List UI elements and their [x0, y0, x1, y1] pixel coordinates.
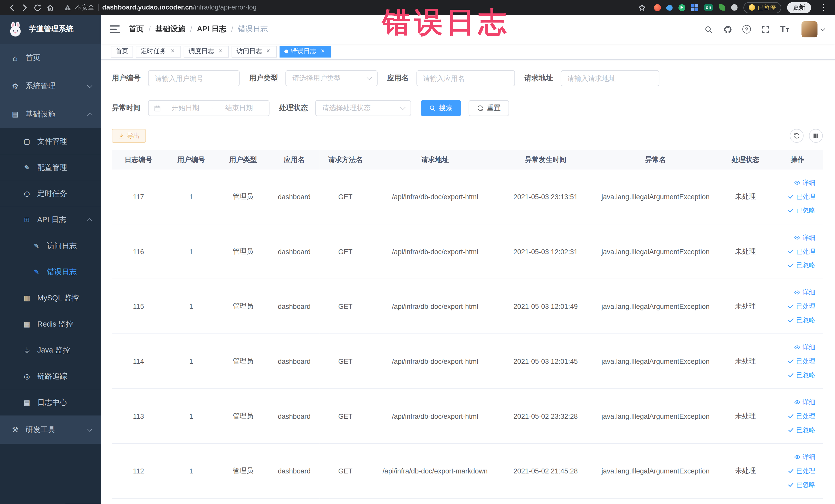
- extension-icon[interactable]: [666, 3, 674, 12]
- tab-home[interactable]: 首页: [111, 45, 133, 57]
- paused-badge[interactable]: 已暂停: [743, 2, 781, 13]
- sidebar-item-access-log[interactable]: 访问日志: [0, 233, 101, 259]
- processed-label: 已处理: [796, 466, 815, 475]
- home-icon: [11, 54, 20, 62]
- sidebar-item-mysql-monitor[interactable]: MySQL 监控: [0, 285, 101, 311]
- close-icon[interactable]: [169, 48, 176, 55]
- sidebar-item-redis-monitor[interactable]: Redis 监控: [0, 311, 101, 337]
- search-button[interactable]: 搜索: [421, 100, 461, 116]
- mark-ignored-link[interactable]: 已忽略: [774, 313, 815, 327]
- close-icon[interactable]: [319, 48, 326, 55]
- extension-leaf-icon[interactable]: [719, 4, 725, 11]
- extension-grid-icon[interactable]: [691, 4, 698, 11]
- mark-processed-link[interactable]: 已处理: [774, 244, 815, 258]
- mark-processed-link[interactable]: 已处理: [774, 409, 815, 423]
- sidebar-item-home[interactable]: 首页: [0, 44, 101, 72]
- date-end-placeholder: 结束日期: [214, 103, 264, 113]
- extension-icon[interactable]: [731, 4, 737, 11]
- mark-ignored-link[interactable]: 已忽略: [774, 423, 815, 437]
- app-logo[interactable]: 芋道管理系统: [0, 15, 101, 44]
- user-id-input[interactable]: [148, 70, 240, 86]
- breadcrumb-item[interactable]: 首页: [129, 24, 144, 34]
- export-button[interactable]: 导出: [112, 129, 146, 143]
- reset-button[interactable]: 重置: [469, 100, 509, 116]
- extension-on-badge[interactable]: on: [704, 4, 713, 11]
- browser-home-button[interactable]: [44, 1, 57, 14]
- browser-reload-button[interactable]: [31, 1, 44, 14]
- check-icon: [788, 303, 794, 310]
- url-domain: dashboard.yudao.iocoder.cn: [102, 4, 193, 11]
- mark-processed-link[interactable]: 已处理: [774, 354, 815, 368]
- cell-actions: 详细 已处理 已忽略: [772, 169, 823, 224]
- process-status-select[interactable]: 请选择处理状态: [315, 100, 411, 116]
- detail-link[interactable]: 详细: [774, 230, 815, 244]
- breadcrumb-item[interactable]: API 日志: [197, 24, 226, 34]
- user-menu[interactable]: [801, 21, 824, 37]
- search-icon[interactable]: [704, 25, 713, 34]
- tab-access-log[interactable]: 访问日志: [231, 45, 277, 57]
- tab-schedule-log[interactable]: 调度日志: [184, 45, 229, 57]
- processed-label: 已处理: [796, 192, 815, 201]
- sidebar-item-system-management[interactable]: 系统管理: [0, 72, 101, 100]
- sidebar-item-error-log[interactable]: 错误日志: [0, 259, 101, 285]
- mark-ignored-link[interactable]: 已忽略: [774, 368, 815, 382]
- mark-ignored-link[interactable]: 已忽略: [774, 258, 815, 272]
- bookmark-star-icon[interactable]: [635, 1, 648, 14]
- cell-app-name: dashboard: [269, 443, 320, 498]
- detail-link[interactable]: 详细: [774, 340, 815, 354]
- browser-update-button[interactable]: 更新: [787, 2, 811, 13]
- detail-link[interactable]: 详细: [774, 285, 815, 299]
- detail-link[interactable]: 详细: [774, 395, 815, 409]
- tab-error-log[interactable]: 错误日志: [280, 45, 331, 57]
- date-range-picker[interactable]: 开始日期 - 结束日期: [148, 100, 269, 116]
- mark-processed-link[interactable]: 已处理: [774, 464, 815, 478]
- sidebar-item-log-center[interactable]: 日志中心: [0, 389, 101, 416]
- mark-processed-link[interactable]: 已处理: [774, 190, 815, 204]
- chevron-down-icon: [87, 83, 93, 88]
- sidebar-item-file-management[interactable]: 文件管理: [0, 128, 101, 155]
- close-icon[interactable]: [217, 48, 224, 55]
- close-icon[interactable]: [265, 48, 272, 55]
- browser-back-button[interactable]: [5, 1, 18, 14]
- mark-ignored-link[interactable]: 已忽略: [774, 478, 815, 492]
- font-size-icon[interactable]: [780, 24, 789, 34]
- column-visibility-button[interactable]: [809, 129, 823, 143]
- cell-status: 未处理: [719, 334, 772, 389]
- security-warning-label: 不安全: [75, 3, 95, 12]
- eye-icon: [794, 399, 800, 405]
- browser-toolbar-right: on 已暂停 更新: [635, 1, 830, 14]
- sidebar-item-api-log[interactable]: API 日志: [0, 207, 101, 233]
- browser-menu-icon[interactable]: [817, 1, 830, 14]
- calendar-icon: [154, 105, 161, 112]
- column-header-method: 请求方法名: [320, 150, 371, 169]
- mark-ignored-link[interactable]: 已忽略: [774, 204, 815, 218]
- help-icon[interactable]: [742, 25, 751, 34]
- sidebar-item-tracing[interactable]: 链路追踪: [0, 363, 101, 389]
- request-url-input[interactable]: [561, 70, 659, 86]
- browser-forward-button[interactable]: [18, 1, 31, 14]
- omnibox-divider: [98, 4, 99, 11]
- sidebar-item-java-monitor[interactable]: Java 监控: [0, 337, 101, 363]
- extension-icon[interactable]: [678, 4, 685, 11]
- cell-app-name: dashboard: [269, 279, 320, 334]
- cell-user-type: 管理员: [217, 443, 269, 498]
- sidebar-item-scheduled-jobs[interactable]: 定时任务: [0, 181, 101, 207]
- hamburger-icon[interactable]: [109, 24, 120, 34]
- breadcrumb-separator: [231, 25, 233, 34]
- breadcrumb-item[interactable]: 基础设施: [156, 24, 185, 34]
- sidebar-item-dev-tools[interactable]: 研发工具: [0, 416, 101, 444]
- app-name-input[interactable]: [416, 70, 515, 86]
- user-type-select[interactable]: 请选择用户类型: [285, 70, 378, 86]
- sidebar-item-infrastructure[interactable]: 基础设施: [0, 100, 101, 128]
- detail-link[interactable]: 详细: [774, 176, 815, 190]
- ignored-label: 已忽略: [796, 480, 815, 489]
- github-icon[interactable]: [724, 25, 732, 34]
- detail-link[interactable]: 详细: [774, 450, 815, 464]
- address-bar[interactable]: 不安全 dashboard.yudao.iocoder.cn/infra/log…: [64, 3, 257, 12]
- extension-icon[interactable]: [654, 4, 661, 11]
- sidebar-item-config-management[interactable]: 配置管理: [0, 155, 101, 181]
- fullscreen-icon[interactable]: [761, 25, 770, 34]
- mark-processed-link[interactable]: 已处理: [774, 299, 815, 313]
- refresh-table-button[interactable]: [790, 129, 804, 143]
- tab-scheduled-jobs[interactable]: 定时任务: [136, 45, 181, 57]
